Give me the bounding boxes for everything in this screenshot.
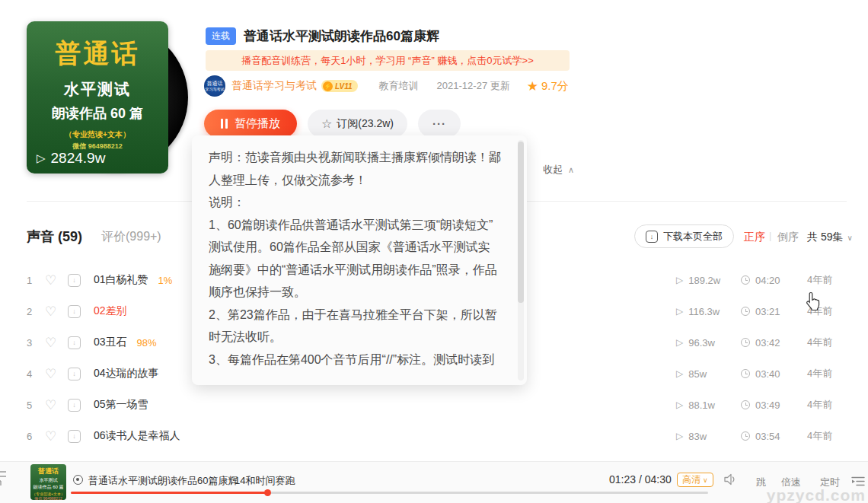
episodes-dropdown[interactable]: 共 59集 ∨ bbox=[807, 231, 853, 244]
player-progress-track[interactable] bbox=[71, 492, 708, 494]
download-icon[interactable]: ↓ bbox=[68, 336, 81, 349]
track-title[interactable]: 04达瑞的故事 bbox=[94, 367, 159, 380]
sort-ascending[interactable]: 正序 bbox=[744, 231, 765, 244]
album-intro-popup: 声明：范读音频由央视新闻联播主播康辉倾情朗读！鄙人整理上传，仅做交流参考！ 说明… bbox=[192, 135, 527, 385]
skip-button[interactable]: 跳 bbox=[756, 476, 766, 489]
pause-icon bbox=[221, 119, 228, 129]
quality-selector[interactable]: 高清 ∨ bbox=[677, 473, 713, 487]
rating-value: 9.7分 bbox=[541, 79, 569, 94]
download-icon[interactable]: ↓ bbox=[68, 274, 81, 287]
like-icon[interactable]: ♡ bbox=[45, 335, 68, 351]
action-buttons: 暂停播放 ☆ 订阅(23.2w) ··· bbox=[204, 110, 461, 138]
thumb-sub1: 水平测试 bbox=[30, 477, 66, 484]
download-icon[interactable]: ↓ bbox=[68, 305, 81, 318]
download-icon[interactable]: ↓ bbox=[68, 430, 81, 443]
album-cover[interactable]: 普通话 水平测试 朗读作品 60 篇 （专业范读+文本） 微信 96498821… bbox=[27, 21, 168, 174]
play-count-value: 85w bbox=[688, 368, 707, 380]
track-index: 1 bbox=[27, 275, 45, 286]
cover-subtitle2: 朗读作品 60 篇 bbox=[27, 104, 168, 123]
duration: 03:49 bbox=[741, 400, 780, 411]
tab-sound[interactable]: 声音 (59) bbox=[27, 228, 82, 246]
like-icon[interactable]: ♡ bbox=[45, 304, 68, 320]
pause-button[interactable]: 暂停播放 bbox=[204, 110, 297, 138]
download-page-button[interactable]: ↓ 下载本页全部 bbox=[634, 224, 734, 248]
cover-subtitle: 水平测试 bbox=[27, 79, 168, 100]
popup-scrollbar-thumb[interactable] bbox=[518, 142, 524, 303]
upload-age: 4年前 bbox=[807, 273, 832, 287]
track-title[interactable]: 06读书人是幸福人 bbox=[94, 429, 180, 443]
upload-age: 4年前 bbox=[807, 429, 832, 443]
sort-separator: | bbox=[769, 230, 771, 241]
track-index: 5 bbox=[27, 400, 45, 411]
cover-title: 普通话 bbox=[27, 37, 168, 72]
play-count-value: 2824.9w bbox=[51, 150, 106, 167]
promo-banner[interactable]: 播音配音训练营，每天1小时，学习用 “声音” 赚钱，点击0元试学>> bbox=[206, 50, 570, 71]
sort-descending[interactable]: 倒序 bbox=[777, 231, 799, 244]
upload-age: 4年前 bbox=[807, 367, 832, 380]
duration-value: 03:42 bbox=[755, 337, 780, 349]
play-count: ▷189.2w bbox=[676, 275, 720, 286]
thumb-title: 普通话 bbox=[30, 466, 66, 476]
cover-play-count: ▷ 2824.9w bbox=[37, 150, 105, 167]
play-count-value: 96.3w bbox=[688, 337, 715, 349]
duration: 03:21 bbox=[741, 306, 780, 317]
play-count: ▷85w bbox=[676, 368, 707, 380]
duration-value: 03:54 bbox=[755, 431, 780, 442]
avatar-text1: 普通话 bbox=[207, 81, 223, 87]
level-badge: ⚡ LV11 bbox=[321, 80, 358, 92]
chevron-down-icon: ∨ bbox=[847, 234, 852, 242]
like-icon[interactable]: ♡ bbox=[45, 428, 68, 444]
publisher-avatar[interactable]: 普通话 学习与考试 bbox=[204, 75, 225, 97]
player-album-thumbnail[interactable]: 普通话 水平测试 朗读作品 60 篇 （专业范读+文本） 微信 96498821… bbox=[30, 464, 66, 500]
player-album-title[interactable]: 普通话水平测试朗读作品60篇康辉 bbox=[88, 474, 238, 488]
pause-label: 暂停播放 bbox=[235, 116, 280, 131]
dock-panel-icon[interactable] bbox=[0, 468, 8, 489]
track-title[interactable]: 05第一场雪 bbox=[94, 398, 148, 412]
player-progress-knob[interactable] bbox=[264, 489, 271, 496]
track-index: 6 bbox=[27, 431, 45, 442]
player-episode-title[interactable]: 14和时间赛跑 bbox=[235, 474, 295, 488]
more-button[interactable]: ··· bbox=[418, 110, 461, 138]
clock-icon bbox=[741, 307, 750, 316]
cover-note: （专业范读+文本） bbox=[27, 129, 168, 140]
collapse-label: 收起 bbox=[543, 163, 563, 177]
track-index: 3 bbox=[27, 337, 45, 349]
clock-icon bbox=[741, 400, 750, 409]
duration: 03:42 bbox=[741, 337, 780, 349]
track-title[interactable]: 01白杨礼赞 bbox=[94, 273, 148, 287]
duration: 03:40 bbox=[741, 368, 780, 380]
chevron-down-icon: ∨ bbox=[703, 476, 708, 484]
download-icon[interactable]: ↓ bbox=[68, 368, 81, 380]
progress-badge: 98% bbox=[137, 337, 157, 349]
play-count-value: 88.1w bbox=[688, 400, 715, 411]
track-title[interactable]: 03丑石 bbox=[94, 336, 127, 349]
play-icon: ▷ bbox=[676, 306, 683, 317]
publisher-row: 普通话 学习与考试 普通话学习与考试 ⚡ LV11 教育培训 2021-12-2… bbox=[204, 75, 569, 97]
duration-value: 03:40 bbox=[755, 368, 780, 380]
thumb-sub2: 朗读作品 60 篇 bbox=[30, 484, 66, 491]
download-icon: ↓ bbox=[646, 231, 658, 243]
watermark: ypzycd.com bbox=[767, 486, 866, 503]
play-icon: ▷ bbox=[676, 400, 683, 410]
subscribe-button[interactable]: ☆ 订阅(23.2w) bbox=[308, 110, 407, 138]
publisher-name[interactable]: 普通话学习与考试 bbox=[231, 79, 317, 93]
upload-age: 4年前 bbox=[807, 336, 832, 349]
track-row[interactable]: 6 ♡ ↓ 06读书人是幸福人 ▷83w 03:54 4年前 bbox=[27, 427, 853, 445]
like-icon[interactable]: ♡ bbox=[45, 366, 68, 382]
category-tag[interactable]: 教育培训 bbox=[379, 79, 419, 93]
collapse-intro-button[interactable]: 收起 ∧ bbox=[543, 163, 574, 177]
duration-value: 04:20 bbox=[755, 275, 780, 286]
like-icon[interactable]: ♡ bbox=[45, 397, 68, 413]
like-icon[interactable]: ♡ bbox=[45, 272, 68, 288]
tab-comments[interactable]: 评价(999+) bbox=[101, 229, 161, 245]
duration-value: 03:21 bbox=[755, 306, 780, 317]
download-icon[interactable]: ↓ bbox=[68, 399, 81, 412]
download-page-label: 下载本页全部 bbox=[663, 230, 723, 244]
play-count-value: 116.3w bbox=[688, 306, 720, 317]
track-title-playing[interactable]: 02差别 bbox=[94, 304, 127, 318]
intro-note-2: 2、第23篇作品，由于在喜马拉雅全平台下架，所以暂时无法收听。 bbox=[209, 304, 501, 349]
play-icon: ▷ bbox=[676, 275, 683, 285]
volume-icon[interactable] bbox=[723, 473, 739, 489]
play-count: ▷96.3w bbox=[676, 337, 715, 349]
track-row[interactable]: 5 ♡ ↓ 05第一场雪 ▷88.1w 03:49 4年前 bbox=[27, 396, 853, 414]
